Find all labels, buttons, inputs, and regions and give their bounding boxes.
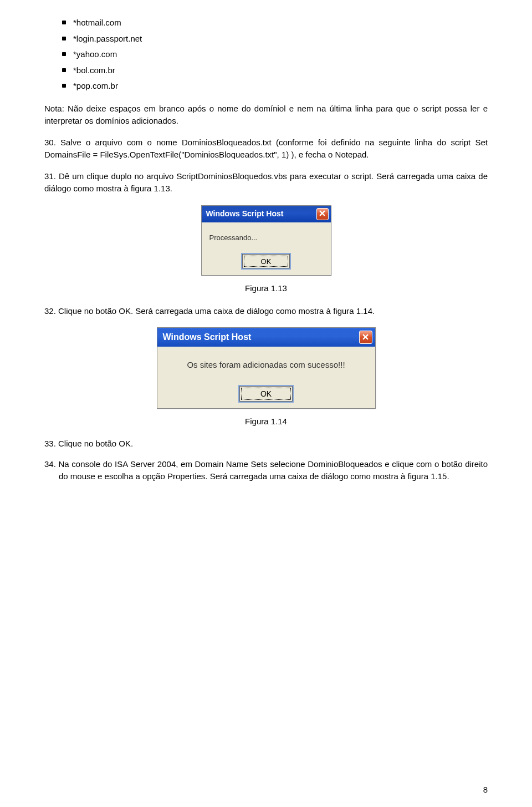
list-item: *yahoo.com [61, 48, 488, 61]
dialog-processing: Windows Script Host Processando... OK [201, 205, 331, 276]
close-icon [319, 207, 325, 220]
domain-text: *yahoo.com [73, 49, 117, 59]
dialog-body: Processando... OK [202, 222, 331, 276]
step-32: 32. Clique no botão OK. Será carregada u… [44, 305, 488, 318]
close-button[interactable] [359, 331, 372, 344]
steps-33-34: 33. Clique no botão OK. 34. Na console d… [44, 438, 488, 483]
step-30: 30. Salve o arquivo com o nome DominiosB… [44, 136, 488, 161]
list-item: *bol.com.br [61, 64, 488, 77]
dialog-titlebar: Windows Script Host [202, 206, 331, 222]
list-item: *pop.com.br [61, 80, 488, 93]
domain-bullet-list: *hotmail.com *login.passport.net *yahoo.… [44, 17, 488, 93]
close-button[interactable] [316, 208, 329, 220]
dialog-titlebar: Windows Script Host [157, 328, 375, 347]
dialog-title: Windows Script Host [163, 331, 252, 344]
page-number: 8 [483, 784, 488, 796]
figure-caption-1-13: Figura 1.13 [44, 282, 488, 295]
figure-1-13: Windows Script Host Processando... OK [44, 205, 488, 276]
list-item: *login.passport.net [61, 33, 488, 45]
domain-text: *hotmail.com [73, 18, 121, 27]
step-33: 33. Clique no botão OK. [44, 438, 488, 450]
step-31: 31. Dê um clique duplo no arquivo Script… [44, 170, 488, 195]
dialog-message: Processando... [209, 232, 323, 243]
ok-button[interactable]: OK [239, 386, 293, 402]
domain-text: *bol.com.br [73, 65, 115, 75]
figure-1-14: Windows Script Host Os sites foram adici… [44, 327, 488, 409]
step-34: 34. Na console do ISA Server 2004, em Do… [44, 458, 488, 483]
close-icon [362, 331, 369, 344]
dialog-message: Os sites foram adicionadas com sucesso!!… [166, 359, 366, 372]
domain-text: *pop.com.br [73, 81, 118, 90]
dialog-title: Windows Script Host [206, 208, 284, 220]
dialog-success: Windows Script Host Os sites foram adici… [157, 327, 376, 409]
list-item: *hotmail.com [61, 17, 488, 29]
ok-button[interactable]: OK [242, 254, 290, 268]
domain-text: *login.passport.net [73, 34, 142, 43]
note-paragraph: Nota: Não deixe espaços em branco após o… [44, 103, 488, 128]
figure-caption-1-14: Figura 1.14 [44, 415, 488, 428]
dialog-body: Os sites foram adicionadas com sucesso!!… [157, 347, 375, 408]
